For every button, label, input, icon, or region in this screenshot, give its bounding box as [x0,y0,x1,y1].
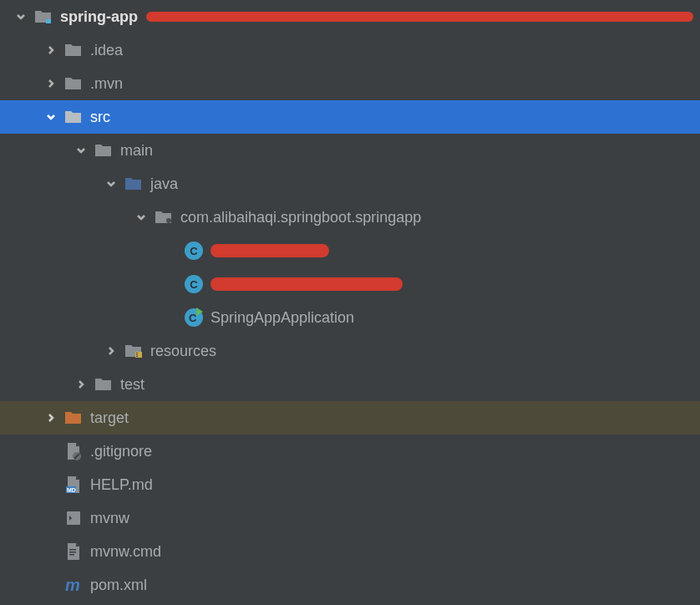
node-label: mvnw [90,510,129,527]
excluded-folder-icon [63,408,84,428]
chevron-right-icon[interactable] [38,413,63,423]
markdown-file-icon: MD [63,475,84,495]
node-label: SpringAppApplication [211,309,354,327]
redacted-path [146,12,693,22]
maven-file-icon: m [63,575,84,595]
chevron-right-icon[interactable] [99,346,124,356]
redacted-label [211,244,329,257]
chevron-down-icon[interactable] [99,179,124,189]
node-label: .idea [90,42,123,59]
redacted-label [211,277,403,291]
svg-rect-10 [67,511,80,525]
chevron-right-icon[interactable] [38,45,63,55]
node-label: java [150,175,178,193]
tree-node-pom[interactable]: m pom.xml [0,568,700,602]
chevron-down-icon[interactable] [129,212,154,222]
tree-node-idea[interactable]: .idea [0,33,700,67]
chevron-down-icon[interactable] [38,112,63,122]
tree-node-main[interactable]: main [0,134,700,167]
tree-node-src[interactable]: src [0,100,700,134]
tree-node-class-redacted-2[interactable] [0,267,700,301]
node-label: test [120,376,145,394]
chevron-right-icon[interactable] [68,379,94,389]
tree-node-class-redacted-1[interactable] [0,234,700,267]
tree-node-mvnw-cmd[interactable]: mvnw.cmd [0,535,700,568]
node-label: pom.xml [90,577,147,594]
chevron-down-icon[interactable] [8,12,33,22]
node-label: spring-app [60,8,138,26]
node-label: HELP.md [90,476,153,494]
tree-node-mvn[interactable]: .mvn [0,67,700,100]
folder-icon [63,40,84,60]
svg-rect-13 [69,554,74,556]
class-icon [184,241,204,261]
svg-rect-5 [136,356,138,357]
tree-node-test[interactable]: test [0,368,700,401]
svg-rect-3 [136,353,138,353]
class-icon [184,274,204,294]
folder-icon [94,374,114,394]
node-label: target [90,409,129,427]
svg-text:MD: MD [67,487,76,493]
svg-rect-0 [46,19,51,23]
node-label: resources [150,343,216,360]
folder-icon [63,107,84,127]
tree-node-resources[interactable]: resources [0,334,700,368]
node-label: .gitignore [90,443,152,460]
folder-icon [94,140,114,160]
svg-rect-12 [69,552,76,553]
tree-node-package[interactable]: com.alibaihaqi.springboot.springapp [0,201,700,234]
node-label: com.alibaihaqi.springboot.springapp [180,209,421,226]
folder-icon [63,74,84,94]
svg-rect-11 [69,549,76,551]
tree-node-help[interactable]: MD HELP.md [0,468,700,501]
svg-point-1 [166,218,171,223]
runnable-class-icon [184,308,204,328]
tree-node-java[interactable]: java [0,167,700,201]
node-label: mvnw.cmd [90,543,161,561]
chevron-down-icon[interactable] [68,145,94,155]
project-tree: spring-app .idea .mvn src main [0,0,700,602]
node-label: .mvn [90,75,123,93]
svg-rect-4 [136,354,138,355]
source-folder-icon [124,174,144,194]
text-file-icon [63,541,84,562]
node-label: main [120,142,153,160]
gitignore-file-icon [63,441,84,461]
tree-node-gitignore[interactable]: .gitignore [0,435,700,468]
module-folder-icon [33,7,53,27]
tree-node-target[interactable]: target [0,401,700,435]
svg-text:m: m [65,576,80,594]
resources-folder-icon [124,341,144,361]
tree-node-mvnw[interactable]: mvnw [0,501,700,535]
chevron-right-icon[interactable] [38,79,63,89]
tree-node-root[interactable]: spring-app [0,0,700,33]
tree-node-springapp-application[interactable]: SpringAppApplication [0,301,700,334]
script-file-icon [63,508,84,528]
node-label: src [90,109,110,126]
package-icon [154,207,174,227]
